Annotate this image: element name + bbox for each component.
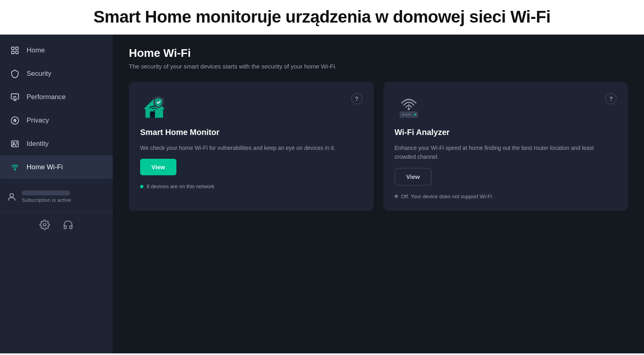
security-icon	[10, 69, 20, 79]
sidebar-item-identity[interactable]: Identity	[0, 132, 113, 156]
banner-title: Smart Home monitoruje urządzenia w domow…	[16, 7, 628, 27]
user-info: Subscription is active	[22, 191, 71, 203]
performance-icon	[10, 92, 20, 102]
sidebar-item-performance[interactable]: Performance	[0, 85, 113, 109]
identity-icon	[10, 139, 20, 149]
card-header-1: ?	[140, 93, 362, 121]
sidebar: Home Security Performance	[0, 35, 113, 353]
svg-point-8	[13, 142, 14, 144]
card-status-text-2: Off. Your device does not support Wi-Fi	[401, 193, 492, 199]
sidebar-footer	[0, 211, 113, 234]
svg-point-21	[405, 114, 407, 115]
card-status-1: 8 devices are on this network	[140, 183, 362, 189]
svg-point-13	[43, 224, 46, 226]
help-icon-2[interactable]: ?	[605, 93, 617, 104]
svg-rect-1	[16, 47, 18, 50]
svg-point-16	[153, 110, 155, 112]
sidebar-item-privacy-label: Privacy	[27, 116, 49, 125]
wifi-analyzer-card: ? Wi-Fi Analyzer Enhance your Wi-Fi spee…	[383, 82, 628, 211]
settings-icon[interactable]	[39, 220, 50, 230]
smart-home-monitor-view-button[interactable]: View	[140, 159, 176, 175]
user-section: Subscription is active	[0, 186, 113, 208]
help-icon-1[interactable]: ?	[351, 93, 362, 104]
svg-point-17	[408, 108, 410, 110]
sidebar-item-home-wifi[interactable]: Home Wi-Fi	[0, 156, 113, 179]
svg-rect-3	[16, 51, 18, 54]
card-description-1: We check your home Wi-Fi for vulnerabili…	[140, 143, 362, 152]
wifi-analyzer-icon	[395, 93, 423, 121]
sidebar-item-security[interactable]: Security	[0, 62, 113, 85]
privacy-icon	[10, 115, 20, 126]
top-banner: Smart Home monitoruje urządzenia w domow…	[0, 0, 644, 35]
sidebar-item-identity-label: Identity	[27, 140, 49, 148]
card-status-text-1: 8 devices are on this network	[147, 183, 214, 189]
wifi-nav-icon	[10, 162, 20, 172]
card-status-2: Off. Your device does not support Wi-Fi	[395, 193, 617, 199]
status-dot-gray-2	[395, 195, 398, 198]
user-avatar-icon	[6, 192, 17, 202]
svg-point-12	[10, 193, 14, 197]
sidebar-item-security-label: Security	[27, 70, 51, 78]
svg-rect-2	[12, 51, 14, 54]
sidebar-item-privacy[interactable]: Privacy	[0, 109, 113, 132]
card-header-2: ?	[395, 93, 617, 121]
smart-home-monitor-card: ? Smart Home Monitor We check your home …	[129, 82, 374, 211]
smart-home-monitor-icon	[140, 93, 168, 121]
card-title-2: Wi-Fi Analyzer	[395, 128, 617, 137]
card-title-1: Smart Home Monitor	[140, 128, 362, 137]
headphones-icon[interactable]	[63, 220, 73, 230]
main-content: Home Wi-Fi The security of your smart de…	[113, 35, 644, 353]
cards-grid: ? Smart Home Monitor We check your home …	[129, 82, 628, 211]
svg-rect-0	[12, 47, 14, 50]
sidebar-item-home[interactable]: Home	[0, 39, 113, 62]
home-icon	[10, 45, 20, 56]
svg-point-22	[408, 114, 410, 115]
sidebar-item-home-wifi-label: Home Wi-Fi	[27, 163, 63, 171]
svg-point-23	[414, 114, 416, 115]
card-description-2: Enhance your Wi-Fi speed at home finding…	[395, 143, 617, 162]
page-subtitle: The security of your smart devices start…	[129, 63, 628, 70]
svg-point-20	[402, 114, 404, 115]
svg-rect-15	[150, 112, 155, 118]
user-name-placeholder	[22, 191, 70, 195]
app-container: Home Security Performance	[0, 35, 644, 353]
page-title: Home Wi-Fi	[129, 47, 628, 60]
wifi-analyzer-view-button[interactable]: View	[395, 168, 432, 185]
sidebar-item-home-label: Home	[27, 46, 45, 54]
sidebar-divider	[6, 182, 106, 183]
svg-point-11	[14, 170, 15, 170]
status-dot-green-1	[140, 185, 143, 188]
subscription-status: Subscription is active	[22, 197, 71, 203]
sidebar-item-performance-label: Performance	[27, 93, 66, 101]
